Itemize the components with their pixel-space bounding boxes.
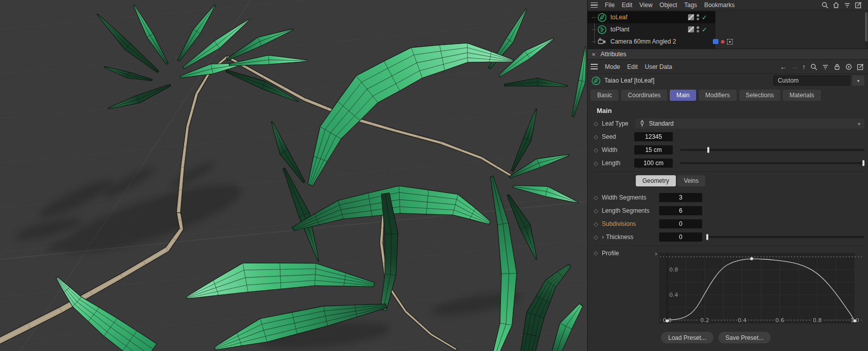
history-back-icon[interactable]: ← — [780, 63, 787, 71]
object-row-toplant[interactable]: toPlant ✓ — [588, 23, 715, 35]
profile-label: Profile — [602, 250, 619, 257]
tab-materials[interactable]: Materials — [783, 90, 821, 101]
preset-dropdown[interactable]: Custom — [773, 75, 850, 86]
tab-main[interactable]: Main — [670, 90, 696, 101]
enabled-check-icon[interactable]: ✓ — [702, 26, 707, 33]
subdivisions-input[interactable]: 0 — [659, 219, 702, 228]
attributes-toolbar: Mode Edit User Data ← → ↑ — [588, 60, 868, 74]
layer-color-chip[interactable] — [713, 39, 718, 44]
subtab-veins[interactable]: Veins — [677, 175, 705, 186]
attr-menu-mode[interactable]: Mode — [605, 63, 620, 70]
row-length-segments: ◇ Length Segments 6 — [594, 204, 864, 217]
render-tag-icon[interactable] — [727, 39, 733, 45]
tab-selections[interactable]: Selections — [739, 90, 780, 101]
filter-icon[interactable] — [843, 2, 851, 9]
attr-filter-icon[interactable] — [821, 63, 829, 70]
thickness-input[interactable]: 0 — [659, 232, 702, 242]
tab-modifiers[interactable]: Modifiers — [699, 90, 737, 101]
tab-basic[interactable]: Basic — [591, 90, 619, 101]
object-manager-scrollbar[interactable] — [864, 11, 868, 49]
length-segments-label: Length Segments — [602, 207, 659, 214]
seed-input[interactable]: 12345 — [634, 132, 673, 141]
menu-bookmarks[interactable]: Bookmarks — [704, 2, 735, 9]
leaf-object-icon — [591, 76, 601, 86]
lock-icon[interactable] — [833, 63, 841, 70]
leaf-type-value: Standard — [649, 120, 674, 127]
attr-search-icon[interactable] — [810, 63, 817, 70]
menu-edit[interactable]: Edit — [622, 2, 632, 9]
length-slider[interactable] — [680, 159, 864, 168]
visibility-dots[interactable] — [697, 26, 699, 32]
close-icon[interactable]: × — [592, 51, 596, 58]
save-preset-button[interactable]: Save Preset... — [718, 332, 771, 343]
key-diamond-icon[interactable]: ◇ — [594, 160, 602, 167]
enabled-check-icon[interactable]: ✓ — [702, 14, 707, 21]
load-preset-button[interactable]: Load Preset... — [661, 332, 713, 343]
seed-label: Seed — [602, 133, 634, 140]
search-icon[interactable] — [821, 2, 828, 9]
layer-chip-icon[interactable] — [688, 14, 694, 20]
object-name[interactable]: Camera 60mm Angled 2 — [610, 38, 676, 45]
record-dot-icon[interactable] — [721, 40, 725, 44]
menu-tags[interactable]: Tags — [684, 2, 697, 9]
object-name[interactable]: toPlant — [610, 26, 629, 33]
key-diamond-icon[interactable]: ◇ — [594, 234, 602, 241]
key-diamond-icon[interactable]: ◇ — [594, 194, 602, 201]
width-input[interactable]: 15 cm — [634, 145, 673, 154]
expand-icon[interactable]: › — [655, 250, 657, 257]
plant-object-icon[interactable] — [597, 25, 607, 34]
camera-object-icon[interactable] — [597, 37, 607, 47]
right-panel: File Edit View Object Tags Bookmarks — [587, 0, 868, 351]
profile-curve-editor[interactable]: 0.80.40.00.20.40.60.81.0 — [659, 253, 855, 324]
leaf-type-select[interactable]: Standard ▾ — [635, 119, 864, 129]
go-up-icon[interactable]: ↑ — [802, 63, 806, 71]
viewport-3d[interactable] — [0, 0, 587, 351]
length-input[interactable]: 100 cm — [634, 159, 673, 168]
width-segments-label: Width Segments — [602, 194, 659, 201]
key-diamond-icon[interactable]: ◇ — [594, 121, 602, 127]
key-diamond-icon[interactable]: ◇ — [594, 208, 602, 214]
attr-menu-edit[interactable]: Edit — [627, 63, 638, 70]
attr-compose-icon[interactable] — [856, 63, 864, 70]
layer-chip-icon[interactable] — [688, 26, 694, 32]
thickness-label: ›Thickness — [602, 233, 659, 241]
key-diamond-icon[interactable]: ◇ — [594, 221, 602, 227]
attributes-object-header: Taiao Leaf [toLeaf] Custom ▾ — [588, 74, 868, 87]
key-diamond-icon[interactable]: ◇ — [594, 250, 602, 256]
divider — [594, 171, 864, 172]
width-slider[interactable] — [680, 145, 864, 154]
menu-object[interactable]: Object — [660, 2, 677, 9]
object-row-camera[interactable]: Camera 60mm Angled 2 — [588, 35, 736, 48]
expand-icon[interactable]: › — [602, 233, 604, 241]
object-name[interactable]: toLeaf — [610, 14, 627, 21]
menu-file[interactable]: File — [605, 2, 614, 9]
svg-text:0.4: 0.4 — [738, 317, 747, 324]
app-window: File Edit View Object Tags Bookmarks — [0, 0, 868, 351]
width-segments-input[interactable]: 3 — [659, 193, 702, 202]
key-diamond-icon[interactable]: ◇ — [594, 147, 602, 153]
svg-text:0.4: 0.4 — [669, 292, 678, 298]
leaf-object-icon[interactable] — [597, 13, 607, 22]
object-row-toleaf[interactable]: toLeaf ✓ — [588, 11, 715, 23]
visibility-dots[interactable] — [697, 14, 699, 20]
tab-coordinates[interactable]: Coordinates — [621, 90, 667, 101]
section-title: Main — [597, 107, 864, 114]
compose-icon[interactable] — [854, 2, 862, 9]
home-icon[interactable] — [832, 2, 840, 9]
subtab-geometry[interactable]: Geometry — [636, 175, 676, 186]
menu-hamburger-icon[interactable] — [591, 3, 598, 8]
thickness-slider[interactable] — [706, 232, 864, 242]
profile-row: ◇ Profile › 0.80.40.00.20.40.60.81.0 — [594, 249, 864, 324]
row-subdivisions: ◇ Subdivisions 0 — [594, 217, 864, 230]
preset-dropdown-caret[interactable]: ▾ — [852, 75, 864, 86]
key-diamond-icon[interactable]: ◇ — [594, 134, 602, 140]
width-label: Width — [602, 146, 634, 153]
menu-view[interactable]: View — [639, 2, 653, 9]
target-icon[interactable] — [845, 63, 852, 70]
attributes-hamburger-icon[interactable] — [591, 64, 598, 69]
length-segments-input[interactable]: 6 — [659, 206, 702, 215]
row-leaf-type: ◇ Leaf Type Standard ▾ — [594, 117, 864, 130]
history-forward-icon[interactable]: → — [791, 63, 798, 71]
leaf-glyph-icon — [639, 120, 645, 127]
attr-menu-userdata[interactable]: User Data — [645, 63, 672, 70]
